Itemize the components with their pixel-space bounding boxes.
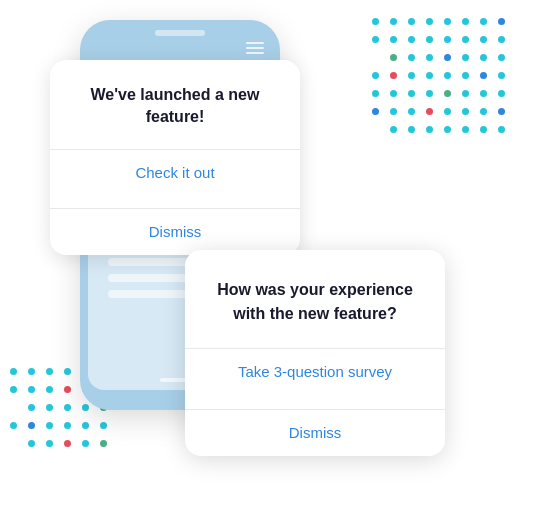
menu-icon xyxy=(246,42,264,54)
modal-card-1-body: We've launched a new feature! xyxy=(50,60,300,137)
modal-card-survey: How was your experience with the new fea… xyxy=(185,250,445,456)
dismiss-button-1[interactable]: Dismiss xyxy=(50,209,300,255)
modal-card-1-title: We've launched a new feature! xyxy=(70,84,280,129)
scene: We've launched a new feature! Check it o… xyxy=(0,0,552,508)
dots-top-right xyxy=(372,18,532,158)
dismiss-button-2[interactable]: Dismiss xyxy=(185,410,445,456)
modal-card-feature-launch: We've launched a new feature! Check it o… xyxy=(50,60,300,255)
modal-card-2-body: How was your experience with the new fea… xyxy=(185,250,445,334)
take-survey-button[interactable]: Take 3-question survey xyxy=(185,349,445,395)
check-it-out-button[interactable]: Check it out xyxy=(50,150,300,196)
phone-notch xyxy=(155,30,205,36)
modal-card-2-title: How was your experience with the new fea… xyxy=(209,278,421,326)
